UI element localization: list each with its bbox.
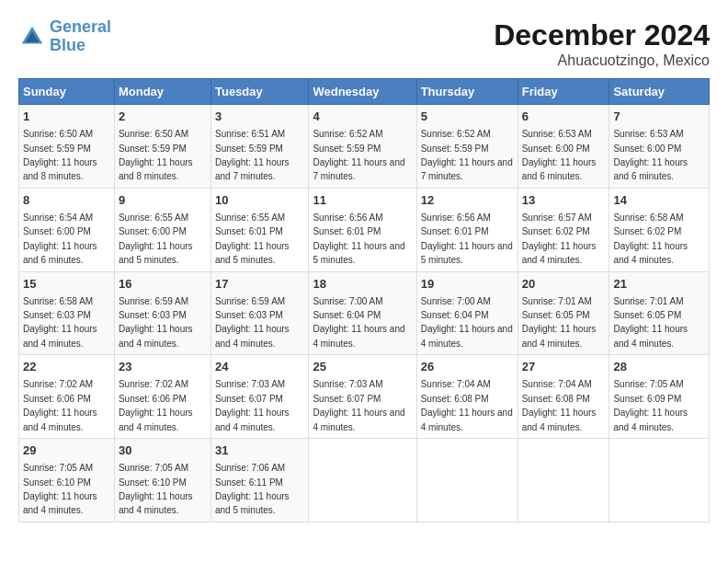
day-info: Sunrise: 6:58 AMSunset: 6:03 PMDaylight:… <box>23 296 97 349</box>
calendar-cell: 28Sunrise: 7:05 AMSunset: 6:09 PMDayligh… <box>609 355 710 439</box>
day-number: 2 <box>119 109 207 125</box>
calendar-cell: 1Sunrise: 6:50 AMSunset: 5:59 PMDaylight… <box>19 105 115 189</box>
day-info: Sunrise: 7:05 AMSunset: 6:09 PMDaylight:… <box>613 379 688 431</box>
day-info: Sunrise: 7:05 AMSunset: 6:10 PMDaylight:… <box>119 463 193 515</box>
col-tuesday: Tuesday <box>210 79 308 105</box>
col-thursday: Thursday <box>416 79 518 105</box>
day-info: Sunrise: 7:02 AMSunset: 6:06 PMDaylight:… <box>119 379 193 431</box>
day-number: 13 <box>522 192 606 209</box>
col-friday: Friday <box>518 79 609 105</box>
day-number: 14 <box>613 192 705 209</box>
day-info: Sunrise: 6:55 AMSunset: 6:01 PMDaylight:… <box>215 213 290 265</box>
calendar-row: 8Sunrise: 6:54 AMSunset: 6:00 PMDaylight… <box>19 188 710 271</box>
calendar-cell: 23Sunrise: 7:02 AMSunset: 6:06 PMDayligh… <box>114 355 210 439</box>
calendar-cell: 20Sunrise: 7:01 AMSunset: 6:05 PMDayligh… <box>518 271 609 355</box>
calendar-cell <box>309 439 416 523</box>
calendar-row: 15Sunrise: 6:58 AMSunset: 6:03 PMDayligh… <box>19 271 710 355</box>
calendar-cell: 11Sunrise: 6:56 AMSunset: 6:01 PMDayligh… <box>309 188 416 271</box>
day-number: 12 <box>421 192 514 209</box>
day-info: Sunrise: 7:03 AMSunset: 6:07 PMDaylight:… <box>215 379 290 431</box>
calendar-cell: 8Sunrise: 6:54 AMSunset: 6:00 PMDaylight… <box>19 188 115 271</box>
calendar-cell: 15Sunrise: 6:58 AMSunset: 6:03 PMDayligh… <box>19 271 115 355</box>
day-number: 22 <box>23 359 110 375</box>
day-info: Sunrise: 6:59 AMSunset: 6:03 PMDaylight:… <box>215 296 290 349</box>
day-number: 9 <box>119 192 207 209</box>
calendar-cell: 14Sunrise: 6:58 AMSunset: 6:02 PMDayligh… <box>609 188 710 271</box>
calendar-table: Sunday Monday Tuesday Wednesday Thursday… <box>18 78 710 523</box>
day-number: 25 <box>313 359 412 375</box>
day-number: 8 <box>23 192 110 209</box>
day-info: Sunrise: 6:57 AMSunset: 6:02 PMDaylight:… <box>522 213 597 265</box>
day-number: 16 <box>119 276 207 293</box>
day-number: 24 <box>215 359 304 375</box>
day-info: Sunrise: 6:53 AMSunset: 6:00 PMDaylight:… <box>522 129 597 181</box>
day-info: Sunrise: 6:54 AMSunset: 6:00 PMDaylight:… <box>23 213 97 265</box>
calendar-cell: 30Sunrise: 7:05 AMSunset: 6:10 PMDayligh… <box>114 439 210 523</box>
calendar-cell: 29Sunrise: 7:05 AMSunset: 6:10 PMDayligh… <box>19 439 115 523</box>
day-info: Sunrise: 7:06 AMSunset: 6:11 PMDaylight:… <box>215 463 290 515</box>
day-number: 28 <box>613 359 705 375</box>
col-wednesday: Wednesday <box>309 79 416 105</box>
calendar-cell: 10Sunrise: 6:55 AMSunset: 6:01 PMDayligh… <box>210 188 308 271</box>
day-number: 11 <box>313 192 412 209</box>
calendar-cell: 7Sunrise: 6:53 AMSunset: 6:00 PMDaylight… <box>609 105 710 189</box>
calendar-cell: 4Sunrise: 6:52 AMSunset: 5:59 PMDaylight… <box>309 105 416 189</box>
calendar-cell: 22Sunrise: 7:02 AMSunset: 6:06 PMDayligh… <box>19 355 115 439</box>
day-info: Sunrise: 7:04 AMSunset: 6:08 PMDaylight:… <box>421 379 513 431</box>
day-info: Sunrise: 7:02 AMSunset: 6:06 PMDaylight:… <box>23 379 97 431</box>
calendar-cell: 21Sunrise: 7:01 AMSunset: 6:05 PMDayligh… <box>609 271 710 355</box>
calendar-cell: 17Sunrise: 6:59 AMSunset: 6:03 PMDayligh… <box>210 271 308 355</box>
calendar-cell: 12Sunrise: 6:56 AMSunset: 6:01 PMDayligh… <box>416 188 518 271</box>
day-info: Sunrise: 7:00 AMSunset: 6:04 PMDaylight:… <box>421 296 513 349</box>
day-number: 21 <box>613 276 705 293</box>
calendar-row: 1Sunrise: 6:50 AMSunset: 5:59 PMDaylight… <box>19 105 710 189</box>
day-info: Sunrise: 6:59 AMSunset: 6:03 PMDaylight:… <box>119 296 193 349</box>
day-info: Sunrise: 6:56 AMSunset: 6:01 PMDaylight:… <box>313 213 404 265</box>
calendar-cell: 2Sunrise: 6:50 AMSunset: 5:59 PMDaylight… <box>114 105 210 189</box>
location-title: Ahuacuotzingo, Mexico <box>494 52 710 69</box>
calendar-cell: 16Sunrise: 6:59 AMSunset: 6:03 PMDayligh… <box>114 271 210 355</box>
day-number: 31 <box>215 442 304 459</box>
day-number: 30 <box>119 442 207 459</box>
calendar-cell: 27Sunrise: 7:04 AMSunset: 6:08 PMDayligh… <box>518 355 609 439</box>
day-info: Sunrise: 6:52 AMSunset: 5:59 PMDaylight:… <box>313 129 404 181</box>
calendar-cell: 18Sunrise: 7:00 AMSunset: 6:04 PMDayligh… <box>309 271 416 355</box>
day-number: 20 <box>522 276 606 293</box>
calendar-cell: 24Sunrise: 7:03 AMSunset: 6:07 PMDayligh… <box>210 355 308 439</box>
day-number: 1 <box>23 109 110 125</box>
calendar-header: Sunday Monday Tuesday Wednesday Thursday… <box>19 79 710 105</box>
day-info: Sunrise: 7:04 AMSunset: 6:08 PMDaylight:… <box>522 379 597 431</box>
col-saturday: Saturday <box>609 79 710 105</box>
day-number: 5 <box>421 109 514 125</box>
day-info: Sunrise: 7:00 AMSunset: 6:04 PMDaylight:… <box>313 296 404 349</box>
day-info: Sunrise: 7:01 AMSunset: 6:05 PMDaylight:… <box>522 296 597 349</box>
day-number: 23 <box>119 359 207 375</box>
logo: GeneralBlue <box>18 18 111 55</box>
calendar-cell: 9Sunrise: 6:55 AMSunset: 6:00 PMDaylight… <box>114 188 210 271</box>
day-number: 29 <box>23 442 110 459</box>
day-number: 19 <box>421 276 514 293</box>
day-number: 10 <box>215 192 304 209</box>
day-number: 4 <box>313 109 412 125</box>
calendar-cell <box>609 439 710 523</box>
day-number: 17 <box>215 276 304 293</box>
calendar-cell: 3Sunrise: 6:51 AMSunset: 5:59 PMDaylight… <box>210 105 308 189</box>
calendar-body: 1Sunrise: 6:50 AMSunset: 5:59 PMDaylight… <box>19 105 710 523</box>
calendar-cell <box>416 439 518 523</box>
day-number: 3 <box>215 109 304 125</box>
day-number: 26 <box>421 359 514 375</box>
day-info: Sunrise: 7:01 AMSunset: 6:05 PMDaylight:… <box>613 296 688 349</box>
logo-text: GeneralBlue <box>50 18 111 55</box>
day-info: Sunrise: 7:05 AMSunset: 6:10 PMDaylight:… <box>23 463 97 515</box>
page-header: GeneralBlue December 2024 Ahuacuotzingo,… <box>18 18 710 69</box>
calendar-row: 29Sunrise: 7:05 AMSunset: 6:10 PMDayligh… <box>19 439 710 523</box>
day-info: Sunrise: 7:03 AMSunset: 6:07 PMDaylight:… <box>313 379 404 431</box>
calendar-row: 22Sunrise: 7:02 AMSunset: 6:06 PMDayligh… <box>19 355 710 439</box>
calendar-cell: 6Sunrise: 6:53 AMSunset: 6:00 PMDaylight… <box>518 105 609 189</box>
logo-icon <box>18 23 46 51</box>
calendar-cell: 5Sunrise: 6:52 AMSunset: 5:59 PMDaylight… <box>416 105 518 189</box>
day-info: Sunrise: 6:50 AMSunset: 5:59 PMDaylight:… <box>119 129 193 181</box>
day-info: Sunrise: 6:56 AMSunset: 6:01 PMDaylight:… <box>421 213 513 265</box>
day-number: 27 <box>522 359 606 375</box>
day-number: 15 <box>23 276 110 293</box>
